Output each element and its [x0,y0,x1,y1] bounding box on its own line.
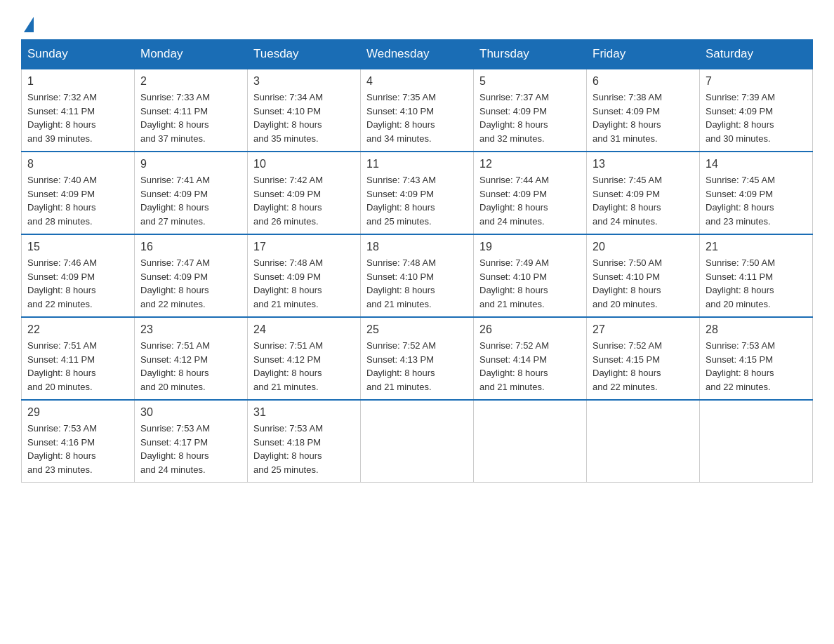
day-info: Sunrise: 7:44 AM Sunset: 4:09 PM Dayligh… [479,173,581,228]
day-info: Sunrise: 7:48 AM Sunset: 4:09 PM Dayligh… [253,256,355,311]
day-info: Sunrise: 7:50 AM Sunset: 4:11 PM Dayligh… [706,256,807,311]
calendar-cell: 18 Sunrise: 7:48 AM Sunset: 4:10 PM Dayl… [361,234,474,317]
day-number: 28 [706,323,807,336]
day-info: Sunrise: 7:52 AM Sunset: 4:15 PM Dayligh… [593,339,694,394]
logo-top [21,14,34,32]
day-info: Sunrise: 7:51 AM Sunset: 4:11 PM Dayligh… [27,339,128,394]
calendar-cell: 9 Sunrise: 7:41 AM Sunset: 4:09 PM Dayli… [135,152,248,234]
header-wednesday: Wednesday [361,40,474,69]
calendar-cell: 22 Sunrise: 7:51 AM Sunset: 4:11 PM Dayl… [22,317,135,400]
day-info: Sunrise: 7:46 AM Sunset: 4:09 PM Dayligh… [27,256,128,311]
calendar-cell: 30 Sunrise: 7:53 AM Sunset: 4:17 PM Dayl… [135,400,248,483]
calendar-cell: 2 Sunrise: 7:33 AM Sunset: 4:11 PM Dayli… [135,69,248,152]
day-info: Sunrise: 7:53 AM Sunset: 4:17 PM Dayligh… [140,422,241,476]
calendar-cell: 10 Sunrise: 7:42 AM Sunset: 4:09 PM Dayl… [248,152,361,234]
day-number: 21 [706,241,807,253]
day-info: Sunrise: 7:53 AM Sunset: 4:18 PM Dayligh… [253,422,355,476]
day-info: Sunrise: 7:34 AM Sunset: 4:10 PM Dayligh… [253,90,355,145]
calendar-week-row: 22 Sunrise: 7:51 AM Sunset: 4:11 PM Dayl… [22,317,813,400]
logo-triangle-icon [24,17,34,32]
day-info: Sunrise: 7:48 AM Sunset: 4:10 PM Dayligh… [366,256,468,311]
header-thursday: Thursday [474,40,587,69]
logo [21,14,34,32]
day-info: Sunrise: 7:43 AM Sunset: 4:09 PM Dayligh… [366,173,468,228]
day-number: 2 [140,75,241,88]
day-number: 10 [253,158,355,170]
day-number: 26 [479,323,581,336]
day-number: 20 [593,241,694,253]
calendar-cell [474,400,587,483]
day-number: 30 [140,406,241,419]
day-number: 6 [593,75,694,88]
calendar-cell [587,400,700,483]
day-info: Sunrise: 7:45 AM Sunset: 4:09 PM Dayligh… [706,173,807,228]
day-number: 19 [479,241,581,253]
day-number: 13 [593,158,694,170]
day-number: 27 [593,323,694,336]
calendar-cell [700,400,813,483]
calendar-cell: 21 Sunrise: 7:50 AM Sunset: 4:11 PM Dayl… [700,234,813,317]
day-number: 3 [253,75,355,88]
day-number: 24 [253,323,355,336]
day-info: Sunrise: 7:39 AM Sunset: 4:09 PM Dayligh… [706,90,807,145]
day-info: Sunrise: 7:51 AM Sunset: 4:12 PM Dayligh… [253,339,355,394]
calendar-cell: 23 Sunrise: 7:51 AM Sunset: 4:12 PM Dayl… [135,317,248,400]
day-info: Sunrise: 7:50 AM Sunset: 4:10 PM Dayligh… [593,256,694,311]
day-number: 12 [479,158,581,170]
calendar-cell: 31 Sunrise: 7:53 AM Sunset: 4:18 PM Dayl… [248,400,361,483]
calendar-cell: 24 Sunrise: 7:51 AM Sunset: 4:12 PM Dayl… [248,317,361,400]
header-tuesday: Tuesday [248,40,361,69]
day-number: 18 [366,241,468,253]
calendar-cell: 7 Sunrise: 7:39 AM Sunset: 4:09 PM Dayli… [700,69,813,152]
day-number: 4 [366,75,468,88]
day-number: 16 [140,241,241,253]
calendar-cell: 4 Sunrise: 7:35 AM Sunset: 4:10 PM Dayli… [361,69,474,152]
calendar-cell: 11 Sunrise: 7:43 AM Sunset: 4:09 PM Dayl… [361,152,474,234]
day-info: Sunrise: 7:37 AM Sunset: 4:09 PM Dayligh… [479,90,581,145]
calendar-cell: 19 Sunrise: 7:49 AM Sunset: 4:10 PM Dayl… [474,234,587,317]
day-info: Sunrise: 7:47 AM Sunset: 4:09 PM Dayligh… [140,256,241,311]
day-info: Sunrise: 7:32 AM Sunset: 4:11 PM Dayligh… [27,90,128,145]
calendar-cell: 20 Sunrise: 7:50 AM Sunset: 4:10 PM Dayl… [587,234,700,317]
day-info: Sunrise: 7:49 AM Sunset: 4:10 PM Dayligh… [479,256,581,311]
day-info: Sunrise: 7:42 AM Sunset: 4:09 PM Dayligh… [253,173,355,228]
calendar-cell: 25 Sunrise: 7:52 AM Sunset: 4:13 PM Dayl… [361,317,474,400]
header-sunday: Sunday [22,40,135,69]
calendar-cell: 29 Sunrise: 7:53 AM Sunset: 4:16 PM Dayl… [22,400,135,483]
day-number: 11 [366,158,468,170]
calendar-cell: 13 Sunrise: 7:45 AM Sunset: 4:09 PM Dayl… [587,152,700,234]
day-info: Sunrise: 7:40 AM Sunset: 4:09 PM Dayligh… [27,173,128,228]
calendar-cell: 1 Sunrise: 7:32 AM Sunset: 4:11 PM Dayli… [22,69,135,152]
calendar-cell: 16 Sunrise: 7:47 AM Sunset: 4:09 PM Dayl… [135,234,248,317]
day-number: 29 [27,406,128,419]
day-info: Sunrise: 7:52 AM Sunset: 4:13 PM Dayligh… [366,339,468,394]
day-number: 7 [706,75,807,88]
calendar-cell: 5 Sunrise: 7:37 AM Sunset: 4:09 PM Dayli… [474,69,587,152]
calendar-cell: 17 Sunrise: 7:48 AM Sunset: 4:09 PM Dayl… [248,234,361,317]
calendar-cell [361,400,474,483]
day-info: Sunrise: 7:53 AM Sunset: 4:16 PM Dayligh… [27,422,128,476]
header-monday: Monday [135,40,248,69]
calendar-week-row: 8 Sunrise: 7:40 AM Sunset: 4:09 PM Dayli… [22,152,813,234]
page-header [21,14,813,32]
calendar-cell: 15 Sunrise: 7:46 AM Sunset: 4:09 PM Dayl… [22,234,135,317]
day-number: 5 [479,75,581,88]
day-info: Sunrise: 7:33 AM Sunset: 4:11 PM Dayligh… [140,90,241,145]
calendar-week-row: 15 Sunrise: 7:46 AM Sunset: 4:09 PM Dayl… [22,234,813,317]
day-number: 17 [253,241,355,253]
day-number: 31 [253,406,355,419]
calendar-header-row: SundayMondayTuesdayWednesdayThursdayFrid… [22,40,813,69]
day-info: Sunrise: 7:52 AM Sunset: 4:14 PM Dayligh… [479,339,581,394]
header-friday: Friday [587,40,700,69]
calendar-cell: 27 Sunrise: 7:52 AM Sunset: 4:15 PM Dayl… [587,317,700,400]
day-number: 15 [27,241,128,253]
calendar-cell: 6 Sunrise: 7:38 AM Sunset: 4:09 PM Dayli… [587,69,700,152]
day-number: 14 [706,158,807,170]
calendar-cell: 14 Sunrise: 7:45 AM Sunset: 4:09 PM Dayl… [700,152,813,234]
calendar-cell: 8 Sunrise: 7:40 AM Sunset: 4:09 PM Dayli… [22,152,135,234]
day-number: 22 [27,323,128,336]
calendar-cell: 3 Sunrise: 7:34 AM Sunset: 4:10 PM Dayli… [248,69,361,152]
day-info: Sunrise: 7:53 AM Sunset: 4:15 PM Dayligh… [706,339,807,394]
calendar-cell: 28 Sunrise: 7:53 AM Sunset: 4:15 PM Dayl… [700,317,813,400]
day-number: 1 [27,75,128,88]
